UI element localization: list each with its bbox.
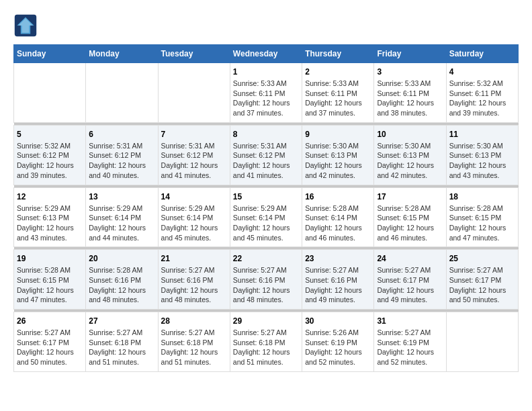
day-number: 4 — [449, 67, 515, 77]
day-cell: 22Sunrise: 5:27 AM Sunset: 6:16 PM Dayli… — [230, 250, 302, 310]
day-info: Sunrise: 5:31 AM Sunset: 6:12 PM Dayligh… — [161, 141, 227, 181]
week-row-4: 19Sunrise: 5:28 AM Sunset: 6:15 PM Dayli… — [14, 250, 519, 310]
day-info: Sunrise: 5:27 AM Sunset: 6:16 PM Dayligh… — [161, 265, 227, 305]
week-row-5: 26Sunrise: 5:27 AM Sunset: 6:17 PM Dayli… — [14, 312, 519, 372]
day-number: 1 — [233, 67, 299, 77]
header-cell-tuesday: Tuesday — [158, 45, 230, 63]
day-number: 8 — [233, 130, 299, 139]
day-number: 16 — [305, 192, 371, 201]
day-info: Sunrise: 5:30 AM Sunset: 6:13 PM Dayligh… — [377, 141, 443, 181]
day-number: 30 — [305, 316, 371, 326]
day-info: Sunrise: 5:27 AM Sunset: 6:19 PM Dayligh… — [377, 328, 443, 367]
day-info: Sunrise: 5:27 AM Sunset: 6:17 PM Dayligh… — [17, 328, 83, 367]
day-cell: 20Sunrise: 5:28 AM Sunset: 6:16 PM Dayli… — [86, 250, 158, 310]
calendar-body: 1Sunrise: 5:33 AM Sunset: 6:11 PM Daylig… — [14, 63, 519, 372]
header-row: SundayMondayTuesdayWednesdayThursdayFrid… — [14, 45, 519, 63]
day-cell: 16Sunrise: 5:28 AM Sunset: 6:14 PM Dayli… — [302, 187, 374, 247]
header-cell-thursday: Thursday — [302, 45, 374, 63]
header-cell-friday: Friday — [374, 45, 446, 63]
day-cell: 21Sunrise: 5:27 AM Sunset: 6:16 PM Dayli… — [158, 250, 230, 310]
day-info: Sunrise: 5:27 AM Sunset: 6:17 PM Dayligh… — [377, 265, 443, 305]
day-cell: 17Sunrise: 5:28 AM Sunset: 6:15 PM Dayli… — [374, 187, 446, 247]
day-cell: 19Sunrise: 5:28 AM Sunset: 6:15 PM Dayli… — [14, 250, 86, 310]
header-cell-monday: Monday — [86, 45, 158, 63]
day-info: Sunrise: 5:29 AM Sunset: 6:13 PM Dayligh… — [17, 203, 83, 243]
day-info: Sunrise: 5:28 AM Sunset: 6:15 PM Dayligh… — [449, 203, 515, 243]
day-cell: 8Sunrise: 5:31 AM Sunset: 6:12 PM Daylig… — [230, 125, 302, 185]
day-number: 31 — [377, 316, 443, 326]
day-info: Sunrise: 5:29 AM Sunset: 6:14 PM Dayligh… — [89, 203, 154, 243]
day-cell: 26Sunrise: 5:27 AM Sunset: 6:17 PM Dayli… — [14, 312, 86, 372]
day-number: 11 — [449, 130, 515, 139]
day-cell: 31Sunrise: 5:27 AM Sunset: 6:19 PM Dayli… — [374, 312, 446, 372]
day-info: Sunrise: 5:32 AM Sunset: 6:11 PM Dayligh… — [449, 79, 515, 118]
day-number: 23 — [305, 254, 371, 263]
day-info: Sunrise: 5:27 AM Sunset: 6:17 PM Dayligh… — [449, 265, 515, 305]
day-number: 24 — [377, 254, 443, 263]
day-cell: 10Sunrise: 5:30 AM Sunset: 6:13 PM Dayli… — [374, 125, 446, 185]
day-number: 18 — [449, 192, 515, 201]
day-number: 13 — [89, 192, 154, 201]
day-number: 12 — [17, 192, 83, 201]
day-number: 3 — [377, 67, 443, 77]
week-row-3: 12Sunrise: 5:29 AM Sunset: 6:13 PM Dayli… — [14, 187, 519, 247]
day-cell: 25Sunrise: 5:27 AM Sunset: 6:17 PM Dayli… — [446, 250, 518, 310]
day-info: Sunrise: 5:30 AM Sunset: 6:13 PM Dayligh… — [305, 141, 371, 181]
day-info: Sunrise: 5:29 AM Sunset: 6:14 PM Dayligh… — [233, 203, 299, 243]
day-cell: 6Sunrise: 5:31 AM Sunset: 6:12 PM Daylig… — [86, 125, 158, 185]
day-cell: 13Sunrise: 5:29 AM Sunset: 6:14 PM Dayli… — [86, 187, 158, 247]
day-number: 7 — [161, 130, 227, 139]
day-info: Sunrise: 5:27 AM Sunset: 6:18 PM Dayligh… — [233, 328, 299, 367]
day-info: Sunrise: 5:29 AM Sunset: 6:14 PM Dayligh… — [161, 203, 227, 243]
header-cell-saturday: Saturday — [446, 45, 518, 63]
day-cell: 23Sunrise: 5:27 AM Sunset: 6:16 PM Dayli… — [302, 250, 374, 310]
day-cell: 11Sunrise: 5:30 AM Sunset: 6:13 PM Dayli… — [446, 125, 518, 185]
day-info: Sunrise: 5:33 AM Sunset: 6:11 PM Dayligh… — [233, 79, 299, 118]
day-number: 19 — [17, 254, 83, 263]
header-cell-wednesday: Wednesday — [230, 45, 302, 63]
day-cell: 30Sunrise: 5:26 AM Sunset: 6:19 PM Dayli… — [302, 312, 374, 372]
page-header — [13, 13, 519, 38]
week-row-2: 5Sunrise: 5:32 AM Sunset: 6:12 PM Daylig… — [14, 125, 519, 185]
day-cell: 29Sunrise: 5:27 AM Sunset: 6:18 PM Dayli… — [230, 312, 302, 372]
day-number: 28 — [161, 316, 227, 326]
day-info: Sunrise: 5:31 AM Sunset: 6:12 PM Dayligh… — [89, 141, 154, 181]
day-info: Sunrise: 5:33 AM Sunset: 6:11 PM Dayligh… — [305, 79, 371, 118]
day-number: 26 — [17, 316, 83, 326]
day-cell — [446, 312, 518, 372]
day-info: Sunrise: 5:26 AM Sunset: 6:19 PM Dayligh… — [305, 328, 371, 367]
day-number: 15 — [233, 192, 299, 201]
day-cell: 7Sunrise: 5:31 AM Sunset: 6:12 PM Daylig… — [158, 125, 230, 185]
day-info: Sunrise: 5:30 AM Sunset: 6:13 PM Dayligh… — [449, 141, 515, 181]
day-number: 27 — [89, 316, 154, 326]
day-number: 9 — [305, 130, 371, 139]
day-number: 22 — [233, 254, 299, 263]
day-number: 25 — [449, 254, 515, 263]
day-cell: 4Sunrise: 5:32 AM Sunset: 6:11 PM Daylig… — [446, 63, 518, 123]
day-info: Sunrise: 5:32 AM Sunset: 6:12 PM Dayligh… — [17, 141, 83, 181]
day-cell: 9Sunrise: 5:30 AM Sunset: 6:13 PM Daylig… — [302, 125, 374, 185]
day-number: 6 — [89, 130, 154, 139]
calendar-header: SundayMondayTuesdayWednesdayThursdayFrid… — [14, 45, 519, 63]
day-info: Sunrise: 5:27 AM Sunset: 6:18 PM Dayligh… — [161, 328, 227, 367]
header-cell-sunday: Sunday — [14, 45, 86, 63]
day-info: Sunrise: 5:28 AM Sunset: 6:16 PM Dayligh… — [89, 265, 154, 305]
day-info: Sunrise: 5:27 AM Sunset: 6:16 PM Dayligh… — [233, 265, 299, 305]
day-cell: 18Sunrise: 5:28 AM Sunset: 6:15 PM Dayli… — [446, 187, 518, 247]
day-info: Sunrise: 5:27 AM Sunset: 6:18 PM Dayligh… — [89, 328, 154, 367]
day-cell: 1Sunrise: 5:33 AM Sunset: 6:11 PM Daylig… — [230, 63, 302, 123]
day-number: 5 — [17, 130, 83, 139]
day-cell: 2Sunrise: 5:33 AM Sunset: 6:11 PM Daylig… — [302, 63, 374, 123]
day-cell: 28Sunrise: 5:27 AM Sunset: 6:18 PM Dayli… — [158, 312, 230, 372]
day-info: Sunrise: 5:31 AM Sunset: 6:12 PM Dayligh… — [233, 141, 299, 181]
day-cell — [14, 63, 86, 123]
day-cell: 5Sunrise: 5:32 AM Sunset: 6:12 PM Daylig… — [14, 125, 86, 185]
day-number: 20 — [89, 254, 154, 263]
day-cell: 14Sunrise: 5:29 AM Sunset: 6:14 PM Dayli… — [158, 187, 230, 247]
day-cell: 12Sunrise: 5:29 AM Sunset: 6:13 PM Dayli… — [14, 187, 86, 247]
logo — [13, 13, 42, 38]
day-cell: 3Sunrise: 5:33 AM Sunset: 6:11 PM Daylig… — [374, 63, 446, 123]
day-cell: 15Sunrise: 5:29 AM Sunset: 6:14 PM Dayli… — [230, 187, 302, 247]
day-number: 2 — [305, 67, 371, 77]
day-number: 14 — [161, 192, 227, 201]
